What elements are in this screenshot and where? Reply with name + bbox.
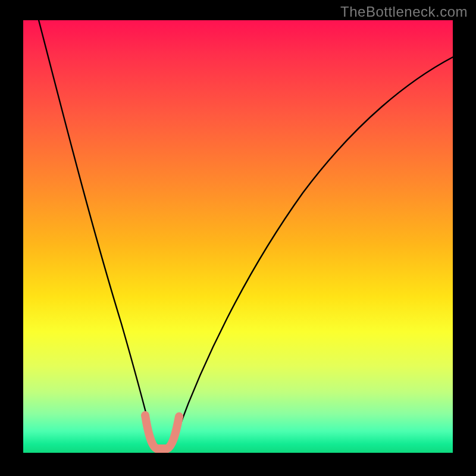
plot-frame [23,20,453,453]
watermark-text: TheBottleneck.com [340,4,468,20]
valley-highlight [145,415,179,449]
curve-layer [23,20,453,453]
v-curve [37,15,453,449]
chart-stage: TheBottleneck.com [0,0,476,476]
